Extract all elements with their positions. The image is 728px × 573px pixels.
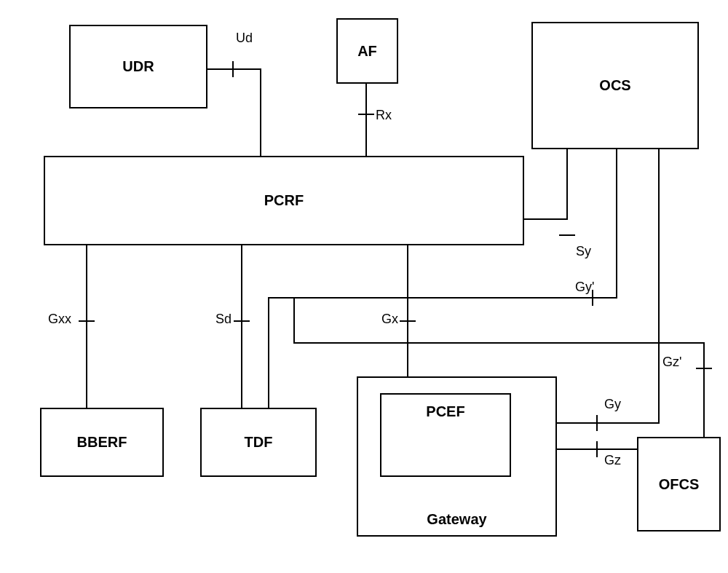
label-pcef: PCEF [426,403,464,420]
iface-gy: Gy [604,397,621,412]
node-pcrf: PCRF [44,156,524,245]
node-tdf: TDF [200,408,317,477]
node-ofcs: OFCS [637,437,721,531]
tick-gz [596,441,598,457]
iface-sy: Sy [576,244,591,259]
iface-gy-prime: Gy' [575,280,594,295]
tick-gxx [79,320,95,322]
line-bus-upper [268,297,617,299]
line-ud-h [207,68,261,70]
line-gxx-v [86,245,87,408]
iface-rx: Rx [376,108,392,123]
line-tdf-bus-v [268,297,269,408]
label-ofcs: OFCS [659,476,700,493]
label-af: AF [357,43,377,60]
tick-sd [234,320,250,322]
line-bus-lower [293,342,705,344]
line-sd-v [241,245,242,408]
iface-gz-prime: Gz' [662,355,681,370]
line-ocs-to-bus [616,149,617,299]
iface-gz: Gz [604,453,621,468]
iface-gx: Gx [381,312,398,327]
label-udr: UDR [122,58,154,75]
line-bus-join-v [293,297,295,344]
iface-sd: Sd [215,312,232,327]
tick-ud [232,61,234,77]
network-architecture-diagram: Gateway UDR AF OCS PCRF BBERF TDF PCEF O… [0,0,728,573]
tick-gx [400,320,416,322]
tick-rx [358,114,374,115]
label-bberf: BBERF [77,434,127,451]
line-sy-h [524,218,568,220]
tick-gy [596,415,598,431]
line-sy-v [566,149,568,220]
tick-sy [559,234,575,236]
node-udr: UDR [69,25,207,108]
label-ocs: OCS [599,77,630,94]
label-tdf: TDF [245,434,273,451]
label-pcrf: PCRF [264,192,304,209]
node-bberf: BBERF [40,408,164,477]
iface-ud: Ud [236,31,253,46]
line-ofcs-up-v [703,342,705,437]
tick-gz-prime [696,368,712,369]
line-gy-v [658,149,660,424]
label-gateway: Gateway [427,511,486,528]
node-af: AF [336,18,398,84]
line-rx-v [365,84,367,156]
node-pcef: PCEF [380,393,511,477]
iface-gxx: Gxx [48,312,71,327]
node-ocs: OCS [531,22,699,149]
line-ud-v [260,68,261,156]
